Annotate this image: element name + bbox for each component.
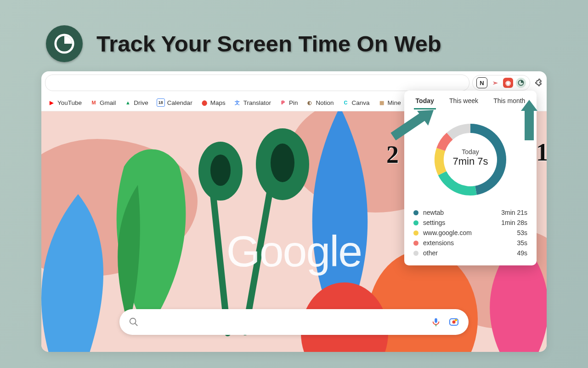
bookmark-notion[interactable]: ◐Notion (306, 99, 334, 106)
search-icon (129, 317, 139, 327)
extension-icon-notion[interactable]: N (476, 77, 487, 88)
extension-icon-recorder[interactable]: ◉ (503, 78, 513, 88)
popup-tab-this-week[interactable]: This week (447, 95, 480, 109)
voice-search-icon[interactable] (431, 317, 441, 327)
extension-icon-translate[interactable]: ➣ (490, 78, 500, 88)
extensions-menu-icon[interactable] (533, 78, 543, 88)
callout-number-2: 2 (386, 140, 399, 169)
decorative-leaf (96, 130, 198, 332)
bookmark-drive[interactable]: ▲Drive (124, 99, 148, 106)
bookmark-youtube[interactable]: ▶YouTube (48, 99, 82, 106)
bookmark-calendar[interactable]: 18Calendar (157, 98, 192, 107)
browser-window: N ➣ ◉ ▶YouTubeMGmail▲Drive18Calendar⬤Map… (41, 71, 547, 352)
page-title: Track Your Screen Time On Web (96, 31, 441, 57)
callout-arrow-1 (518, 99, 540, 140)
popup-tab-today[interactable]: Today (414, 95, 436, 109)
bookmark-gmail[interactable]: MGmail (90, 99, 116, 106)
bookmark-canva[interactable]: CCanva (342, 99, 369, 106)
extension-cluster: N ➣ ◉ (472, 75, 530, 91)
bookmark-mine[interactable]: ▦Mine (378, 99, 401, 106)
svg-line-9 (135, 323, 138, 326)
lens-search-icon[interactable] (448, 316, 459, 328)
callout-arrow-2 (390, 108, 435, 140)
callout-number-1: 1 (536, 138, 547, 167)
svg-point-3 (210, 155, 231, 186)
donut-center-label: Today (452, 148, 488, 155)
google-logo: Google (226, 226, 362, 276)
bookmark-maps[interactable]: ⬤Maps (201, 99, 226, 106)
popup-legend: newtab3min 21ssettings1min 28swww.google… (404, 206, 537, 258)
legend-row-settings[interactable]: settings1min 28s (413, 218, 527, 228)
legend-row-other[interactable]: other49s (413, 248, 527, 258)
svg-rect-10 (435, 318, 437, 323)
legend-row-extensions[interactable]: extensions35s (413, 238, 527, 248)
app-logo (46, 25, 83, 62)
address-bar[interactable] (45, 75, 469, 91)
popup-tabs: TodayThis weekThis month (404, 91, 537, 110)
extension-icon-screentime[interactable] (516, 78, 526, 88)
svg-rect-14 (455, 319, 457, 321)
legend-row-www-google-com[interactable]: www.google.com53s (413, 228, 527, 238)
legend-row-newtab[interactable]: newtab3min 21s (413, 207, 527, 218)
decorative-bud (193, 139, 248, 203)
bookmark-translator[interactable]: 文Translator (234, 99, 271, 106)
donut-center-value: 7min 7s (452, 155, 488, 167)
bookmark-pin[interactable]: PPin (279, 99, 298, 106)
svg-point-8 (130, 318, 136, 324)
google-search-box[interactable] (119, 309, 469, 335)
